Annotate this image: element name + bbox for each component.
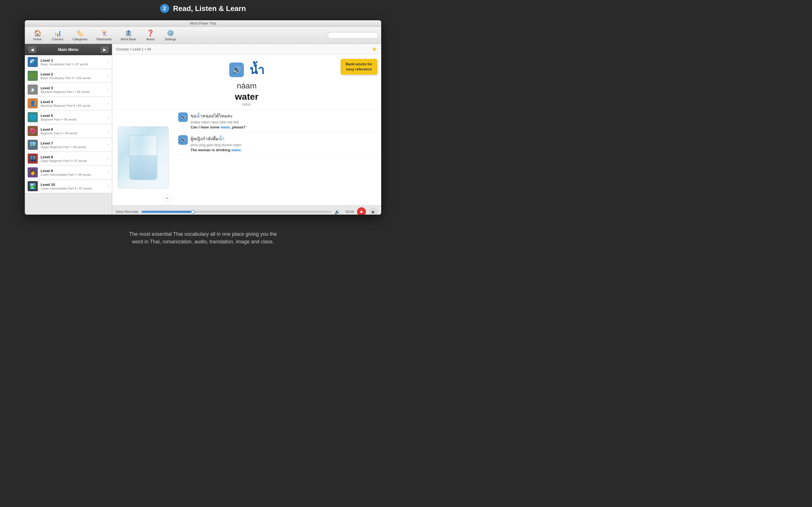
level-thumb: 🌐: [28, 112, 38, 122]
play-button[interactable]: ▶: [369, 207, 378, 215]
sentence-1-text: ขอน้ำหน่อยได้ไหมคะ khâaw náam nàwy dâai …: [191, 112, 377, 129]
home-icon: 🏠: [34, 30, 42, 37]
level-info: Level 2 Basic Vocabulary Part II • 100 w…: [41, 72, 105, 80]
sidebar-list: 🌊 Level 1 Basic Vocabulary Part I • 87 w…: [25, 55, 112, 215]
sidebar-title: Main Menu: [58, 47, 79, 52]
level-name: Level 1: [41, 58, 105, 62]
sidebar-forward-button[interactable]: ▶: [101, 46, 109, 53]
level-info: Level 7 Upper Beginner Part I • 90 words: [41, 141, 105, 149]
time-display: 00:00: [343, 210, 354, 214]
sentence-2-audio-button[interactable]: 🔊: [178, 135, 188, 145]
toolbar-home[interactable]: 🏠 Home: [28, 29, 47, 42]
toolbar-courses[interactable]: 📊 Courses: [47, 29, 68, 42]
level-desc: Upper Beginner Part II • 97 words: [41, 159, 105, 163]
sidebar-level-item[interactable]: 🌺 Level 6 Beginner Part II • 99 words ›: [25, 124, 112, 138]
sentence-2-thai: ผู้หญิงกำลังดื่มน้ำ: [191, 135, 377, 142]
sentence-1-eng-highlight: water: [220, 125, 230, 129]
level-info: Level 9 Lower Intermediate Part I • 98 w…: [41, 169, 105, 176]
sentence-2-eng-suffix: .: [241, 148, 242, 152]
level-arrow-icon: ›: [108, 115, 109, 119]
sidebar-level-item[interactable]: 🏞️ Level 10 Lower Intermediate Part II •…: [25, 179, 112, 193]
main-content: Courses > Level 1 > All ★ 🔊 น้ำ náam wat…: [112, 44, 381, 215]
level-thumb: 🏙️: [28, 140, 38, 150]
sidebar-level-item[interactable]: 🏔️ Level 3 Absolute Beginner Part I • 89…: [25, 83, 112, 97]
level-name: Level 9: [41, 169, 105, 173]
level-thumb: 🌺: [28, 126, 38, 136]
zoom-button[interactable]: +: [163, 194, 170, 202]
sidebar: ◀ Main Menu ▶ 🌊 Level 1 Basic Vocabulary…: [25, 44, 112, 215]
level-arrow-icon: ›: [108, 143, 109, 147]
glass-shape: [129, 135, 157, 180]
progress-dot: [191, 210, 195, 214]
toolbar-settings[interactable]: ⚙️ Settings: [160, 29, 181, 42]
sentence-1-thai-prefix: ขอ: [191, 114, 197, 118]
favorite-star-icon[interactable]: ★: [371, 46, 377, 53]
sidebar-back-button[interactable]: ◀: [28, 46, 36, 53]
bottom-text: The most essential Thai vocabulary all i…: [0, 230, 406, 245]
word-class: noun: [242, 102, 251, 107]
level-name: Level 6: [41, 127, 105, 131]
window-title: Word Power Thai: [190, 21, 216, 25]
level-arrow-icon: ›: [108, 156, 109, 161]
level-desc: Absolute Beginner Part II • 82 words: [41, 104, 105, 107]
sentence-1-romanized: khâaw náam nàwy dâai mâi khâ: [191, 120, 377, 124]
bank-tooltip[interactable]: Bank words for easy reference: [341, 59, 377, 75]
level-thumb: 🏔️: [28, 84, 38, 95]
sentence-item: 🔊 ผู้หญิงกำลังดื่มน้ำ phûu-yǐng gam-lang…: [178, 135, 377, 155]
level-arrow-icon: ›: [108, 87, 109, 92]
level-thumb: 🌿: [28, 71, 38, 81]
level-desc: Basic Vocabulary Part II • 100 words: [41, 76, 105, 80]
toolbar-about[interactable]: ❓ About: [140, 29, 160, 42]
level-desc: Beginner Part I • 96 words: [41, 118, 105, 121]
toolbar-flashcards[interactable]: 🃏 Flashcards: [92, 29, 116, 42]
sentences-area: + 🔊 ขอน้ำหน่อยได้ไหมคะ khâaw náam nàwy d…: [112, 110, 381, 205]
sound-wave-icon: 🔊: [335, 209, 340, 215]
romanization: náam: [237, 81, 257, 91]
sidebar-level-item[interactable]: 🏙️ Level 7 Upper Beginner Part I • 90 wo…: [25, 138, 112, 152]
toolbar-wordbank[interactable]: 🏦 Word Bank: [116, 29, 140, 42]
level-info: Level 5 Beginner Part I • 96 words: [41, 114, 105, 121]
level-info: Level 6 Beginner Part II • 99 words: [41, 127, 105, 135]
sidebar-level-item[interactable]: 🌊 Level 1 Basic Vocabulary Part I • 87 w…: [25, 55, 112, 69]
sentence-1-eng-suffix: , please?: [230, 125, 246, 129]
word-audio-button[interactable]: 🔊: [229, 62, 244, 77]
level-info: Level 8 Upper Beginner Part II • 97 word…: [41, 155, 105, 163]
about-label: About: [146, 38, 154, 41]
sentence-2-thai-highlight: น้ำ: [219, 136, 224, 141]
recorder-label: Voice Recorder: [116, 210, 139, 214]
courses-icon: 📊: [54, 30, 61, 37]
sentence-item: 🔊 ขอน้ำหน่อยได้ไหมคะ khâaw náam nàwy dâa…: [178, 112, 377, 132]
sentence-1-audio-button[interactable]: 🔊: [178, 112, 188, 122]
flashcards-label: Flashcards: [96, 38, 112, 41]
top-title: Read, Listen & Learn: [173, 4, 246, 13]
level-desc: Lower Intermediate Part I • 98 words: [41, 173, 105, 176]
flashcards-icon: 🃏: [100, 30, 108, 37]
level-name: Level 7: [41, 141, 105, 145]
level-name: Level 5: [41, 114, 105, 118]
search-input[interactable]: [327, 32, 378, 39]
toolbar-categories[interactable]: 🏷️ Categories: [68, 29, 92, 42]
voice-recorder: Voice Recorder 🔊 00:00 ⏺ ▶: [112, 205, 381, 215]
level-info: Level 1 Basic Vocabulary Part I • 87 wor…: [41, 58, 105, 66]
level-thumb: 🏞️: [28, 181, 38, 191]
level-info: Level 4 Absolute Beginner Part II • 82 w…: [41, 100, 105, 107]
sentence-2-english: The woman is drinking water.: [191, 148, 377, 152]
sentence-1-thai-suffix: หน่อยได้ไหมคะ: [202, 114, 233, 118]
sidebar-level-item[interactable]: 🌃 Level 8 Upper Beginner Part II • 97 wo…: [25, 152, 112, 166]
sidebar-level-item[interactable]: 👩 Level 9 Lower Intermediate Part I • 98…: [25, 166, 112, 179]
progress-bar[interactable]: [142, 211, 332, 213]
sidebar-level-item[interactable]: 🌐 Level 5 Beginner Part I • 96 words ›: [25, 110, 112, 124]
level-name: Level 2: [41, 72, 105, 76]
water-glass-image: [118, 126, 168, 188]
level-info: Level 10 Lower Intermediate Part II • 97…: [41, 182, 105, 190]
body-layout: ◀ Main Menu ▶ 🌊 Level 1 Basic Vocabulary…: [25, 44, 381, 215]
word-top-row: 🔊 น้ำ: [229, 61, 264, 79]
sentence-1-thai-highlight: น้ำ: [197, 114, 202, 118]
image-panel: +: [112, 110, 174, 205]
level-name: Level 10: [41, 182, 105, 187]
sidebar-level-item[interactable]: 🌿 Level 2 Basic Vocabulary Part II • 100…: [25, 69, 112, 83]
categories-label: Categories: [72, 38, 87, 41]
sentence-1-eng-prefix: Can I have some: [191, 125, 220, 129]
record-button[interactable]: ⏺: [357, 207, 366, 215]
sidebar-level-item[interactable]: 👤 Level 4 Absolute Beginner Part II • 82…: [25, 97, 112, 110]
